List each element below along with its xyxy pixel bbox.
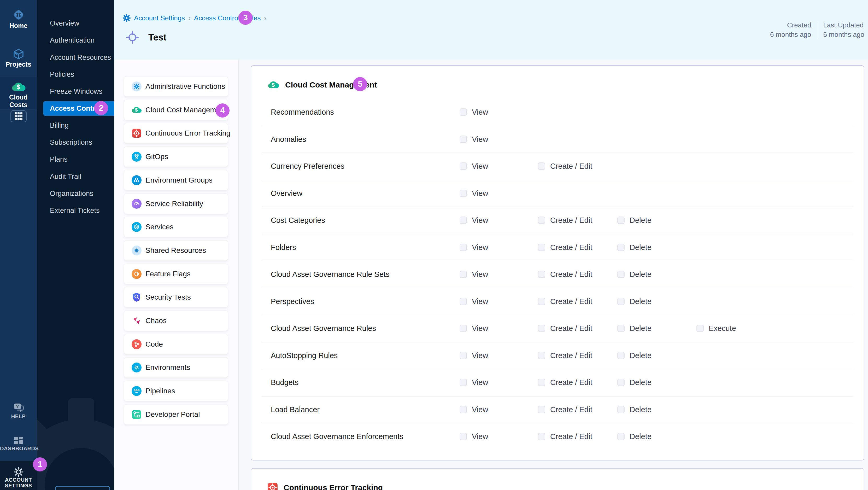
category-code[interactable]: Code [124, 334, 228, 355]
create-edit-checkbox[interactable] [538, 325, 545, 332]
category-label: GitOps [146, 153, 168, 161]
permission-label: Delete [629, 324, 652, 333]
last-updated-label: Last Updated [823, 20, 864, 30]
create-edit-checkbox[interactable] [538, 406, 545, 413]
svg-text:$: $ [135, 107, 138, 113]
category-environments[interactable]: Environments [124, 357, 228, 378]
sidebar-item-billing[interactable]: Billing [50, 118, 112, 132]
category-feature-flags[interactable]: Feature Flags [124, 264, 228, 284]
view-checkbox[interactable] [460, 352, 467, 359]
sidebar-item-policies[interactable]: Policies [50, 67, 112, 82]
category-pipelines[interactable]: Pipelines [124, 381, 228, 401]
delete-checkbox[interactable] [617, 433, 625, 440]
bottom-outlined-button[interactable] [55, 486, 110, 490]
sidebar-item-organizations[interactable]: Organizations [50, 186, 112, 201]
sidebar-item-account-resources[interactable]: Account Resources [50, 51, 112, 64]
create-edit-checkbox[interactable] [538, 217, 545, 224]
category-service-reliability[interactable]: Service Reliability [124, 193, 228, 214]
home-module[interactable] [0, 9, 37, 22]
permission-delete: Delete [617, 396, 652, 423]
view-checkbox[interactable] [460, 271, 467, 278]
sidebar-item-overview[interactable]: Overview [50, 16, 112, 30]
delete-checkbox[interactable] [617, 217, 625, 224]
account-settings-label-2[interactable]: SETTINGS [0, 483, 37, 489]
sidebar-item-external-tickets[interactable]: External Tickets [50, 204, 112, 218]
help-button[interactable]: ? [0, 402, 37, 414]
projects-module[interactable] [0, 48, 37, 61]
view-checkbox[interactable] [460, 244, 467, 251]
category-services[interactable]: Services [124, 217, 228, 237]
projects-module-label[interactable]: Projects [0, 61, 37, 68]
category-continuous-error-tracking[interactable]: Continuous Error Tracking [124, 123, 228, 144]
view-checkbox[interactable] [460, 325, 467, 332]
create-edit-checkbox[interactable] [538, 433, 545, 440]
cloud-costs-module[interactable]: $ [0, 82, 37, 93]
permission-row: Load Balancer View Create / Edit Delete [251, 396, 864, 423]
permission-label: Create / Edit [550, 405, 592, 414]
module-switcher-button[interactable] [10, 110, 27, 122]
permission-create-edit: Create / Edit [538, 207, 592, 234]
execute-checkbox[interactable] [696, 325, 704, 332]
sidebar-item-subscriptions[interactable]: Subscriptions [50, 135, 112, 149]
permission-view: View [460, 207, 488, 234]
sidebar-item-plans[interactable]: Plans [50, 152, 112, 166]
permission-label: Create / Edit [550, 162, 592, 171]
view-checkbox[interactable] [460, 406, 467, 413]
breadcrumb-account-settings[interactable]: Account Settings [134, 14, 185, 22]
home-module-label[interactable]: Home [0, 22, 37, 30]
create-edit-checkbox[interactable] [538, 162, 545, 170]
sidebar-item-authentication[interactable]: Authentication [50, 33, 112, 47]
category-developer-portal[interactable]: Developer Portal [124, 404, 228, 425]
category-chaos[interactable]: Chaos [124, 311, 228, 331]
view-checkbox[interactable] [460, 190, 467, 197]
view-checkbox[interactable] [460, 433, 467, 440]
view-checkbox[interactable] [460, 379, 467, 386]
resource-name: Overview [271, 180, 302, 207]
permission-view: View [460, 288, 488, 315]
category-label: Environment Groups [146, 176, 213, 184]
delete-checkbox[interactable] [617, 244, 625, 251]
dashboards-button[interactable] [0, 436, 37, 447]
category-label: Service Reliability [146, 200, 203, 208]
role-crosshair-icon [126, 31, 139, 44]
view-checkbox[interactable] [460, 109, 467, 116]
view-checkbox[interactable] [460, 162, 467, 170]
delete-checkbox[interactable] [617, 298, 625, 305]
category-cloud-cost-management[interactable]: $ Cloud Cost Management [124, 100, 228, 120]
view-checkbox[interactable] [460, 298, 467, 305]
permission-label: Create / Edit [550, 432, 592, 441]
category-shared-resources[interactable]: Shared Resources [124, 240, 228, 261]
permission-view: View [460, 153, 488, 180]
sidebar-item-audit-trail[interactable]: Audit Trail [50, 170, 112, 184]
dashboards-label[interactable]: DASHBOARDS [0, 446, 37, 452]
category-administrative-functions[interactable]: Administrative Functions [124, 76, 228, 97]
create-edit-checkbox[interactable] [538, 298, 545, 305]
account-settings-label-1[interactable]: ACCOUNT [0, 477, 37, 483]
delete-checkbox[interactable] [617, 271, 625, 278]
permission-label: Create / Edit [550, 216, 592, 225]
category-security-tests[interactable]: Security Tests [124, 287, 228, 307]
delete-checkbox[interactable] [617, 379, 625, 386]
permission-view: View [460, 369, 488, 396]
create-edit-checkbox[interactable] [538, 244, 545, 251]
create-edit-checkbox[interactable] [538, 379, 545, 386]
permission-label: Execute [709, 324, 736, 333]
category-gitops[interactable]: GitOps [124, 147, 228, 167]
view-checkbox[interactable] [460, 217, 467, 224]
permission-label: Delete [629, 243, 652, 252]
delete-checkbox[interactable] [617, 352, 625, 359]
sidebar-item-freeze-windows[interactable]: Freeze Windows [50, 84, 112, 98]
view-checkbox[interactable] [460, 135, 467, 143]
permission-row: Currency Preferences View Create / Edit [251, 153, 864, 180]
category-environment-groups[interactable]: Environment Groups [124, 170, 228, 190]
cloud-costs-module-label[interactable]: Cloud Costs [0, 93, 37, 109]
delete-checkbox[interactable] [617, 325, 625, 332]
create-edit-checkbox[interactable] [538, 352, 545, 359]
dashboards-icon [13, 436, 24, 445]
permission-execute: Execute [696, 315, 736, 342]
delete-checkbox[interactable] [617, 406, 625, 413]
permission-view: View [460, 423, 488, 450]
create-edit-checkbox[interactable] [538, 271, 545, 278]
resource-name: Folders [271, 234, 296, 261]
help-label[interactable]: HELP [0, 414, 37, 420]
